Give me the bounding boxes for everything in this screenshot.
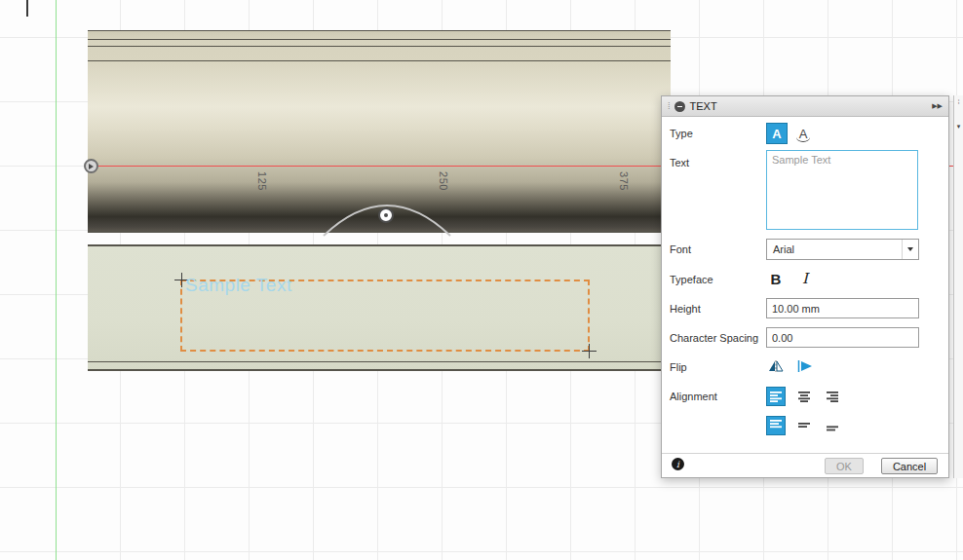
align-bottom-button[interactable]: [823, 416, 842, 435]
model-edge-line[interactable]: [88, 39, 671, 40]
character-spacing-input[interactable]: [766, 327, 919, 348]
align-middle-icon: [798, 420, 810, 431]
cancel-button[interactable]: Cancel: [881, 458, 938, 474]
flip-horizontal-icon: [767, 359, 785, 373]
align-right-icon: [827, 391, 838, 402]
model-edge-line[interactable]: [88, 30, 671, 31]
dimension-label: 250: [438, 171, 449, 191]
model-edge-line[interactable]: [88, 369, 671, 371]
dialog-title: TEXT: [690, 100, 717, 112]
expand-panel-icon[interactable]: ▶▶: [932, 102, 943, 110]
dimension-label: 125: [256, 171, 268, 191]
font-select-value: Arial: [773, 243, 794, 255]
font-select[interactable]: Arial: [766, 239, 919, 260]
y-axis-line[interactable]: [56, 0, 57, 560]
info-icon[interactable]: i: [672, 458, 684, 470]
text-label: Text: [670, 157, 689, 168]
alignment-label: Alignment: [670, 391, 717, 402]
dropdown-arrow-button[interactable]: [902, 240, 918, 259]
collapse-arrow-icon[interactable]: ▾: [954, 123, 963, 131]
typeface-label: Typeface: [670, 274, 713, 285]
model-edge-line[interactable]: [88, 244, 671, 246]
type-label: Type: [670, 128, 693, 139]
flip-vertical-button[interactable]: [794, 357, 816, 375]
dimension-label: 375: [618, 171, 630, 191]
sketch-canvas[interactable]: 125 250 375 Sample Text ⁞ TEXT ▶▶ Type A…: [0, 0, 963, 560]
align-bottom-icon: [827, 420, 838, 431]
dialog-titlebar[interactable]: ⁞ TEXT ▶▶: [662, 96, 948, 117]
font-label: Font: [670, 243, 691, 255]
type-text-button[interactable]: A: [766, 123, 788, 144]
height-label: Height: [670, 303, 701, 315]
axis-endpoint-marker[interactable]: [84, 159, 98, 173]
flip-vertical-icon: [796, 359, 814, 373]
align-left-icon: [770, 391, 782, 402]
minus-circle-icon: [674, 101, 685, 112]
collapsed-side-panel[interactable]: ⁞ ▾: [953, 95, 963, 478]
footer-divider: [662, 453, 948, 454]
align-center-icon: [798, 391, 810, 402]
ok-button[interactable]: OK: [825, 458, 864, 474]
character-spacing-label: Character Spacing: [670, 332, 758, 344]
model-edge-line[interactable]: [88, 46, 671, 47]
align-top-button[interactable]: [766, 416, 786, 435]
drag-grip-icon[interactable]: ⁞: [954, 98, 963, 106]
text-preview[interactable]: Sample Text: [185, 275, 292, 296]
sketch-point-marker[interactable]: [378, 207, 394, 223]
chevron-down-icon: [907, 247, 913, 251]
point-dot-icon: [384, 213, 388, 217]
italic-button[interactable]: I: [794, 268, 816, 289]
flip-horizontal-button[interactable]: [765, 357, 787, 375]
height-input[interactable]: [766, 298, 919, 318]
sketch-tick-mark: [26, 0, 28, 17]
model-edge-line[interactable]: [88, 361, 671, 362]
align-left-button[interactable]: [766, 387, 786, 406]
align-top-icon: [770, 420, 782, 431]
type-text-on-path-button[interactable]: A: [792, 123, 814, 144]
flip-label: Flip: [670, 361, 687, 373]
align-middle-button[interactable]: [794, 416, 814, 435]
drag-grip-icon[interactable]: ⁞: [668, 102, 670, 111]
align-center-button[interactable]: [794, 387, 814, 406]
arrow-right-icon: [89, 164, 94, 169]
text-dialog: ⁞ TEXT ▶▶ Type A A Text Font Arial Typef…: [661, 95, 949, 478]
model-edge-line[interactable]: [88, 60, 671, 61]
text-input[interactable]: [766, 150, 918, 230]
bold-button[interactable]: B: [765, 268, 787, 289]
align-right-button[interactable]: [823, 387, 842, 406]
corner-handle-bottomright[interactable]: [582, 344, 597, 358]
path-curve-icon: [796, 137, 810, 142]
